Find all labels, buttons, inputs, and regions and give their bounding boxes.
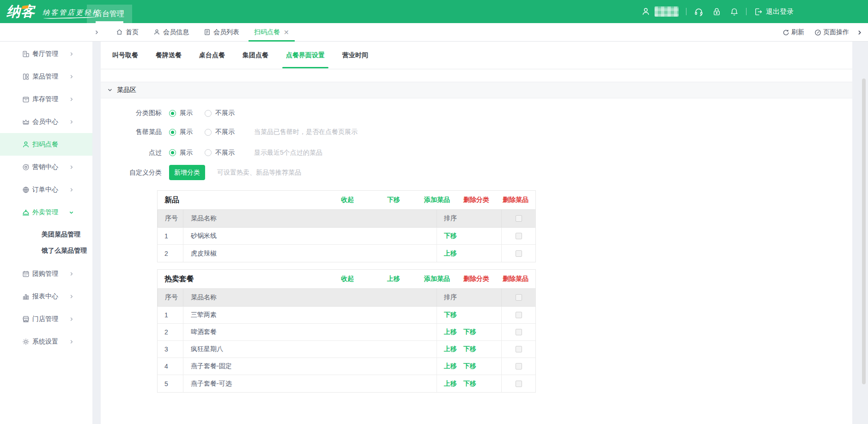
radio-label-show[interactable]: 展示	[180, 149, 193, 157]
row-checkbox[interactable]	[516, 346, 522, 352]
radio-label-hide[interactable]: 不展示	[215, 149, 235, 157]
tabs-scroll-right-chevron[interactable]	[856, 30, 862, 36]
row-checkbox-cell	[501, 324, 535, 340]
move-category-link[interactable]: 上移	[387, 275, 400, 283]
form-row-custom-category: 自定义分类 新增分类 可设置热卖、新品等推荐菜品	[101, 165, 852, 180]
sidebar-item-marketing[interactable]: 营销中心	[0, 156, 92, 178]
move-down-link[interactable]: 下移	[444, 232, 457, 240]
add-dish-link[interactable]: 添加菜品	[424, 275, 450, 283]
bell-icon[interactable]	[730, 7, 739, 16]
sidebar-item-stores[interactable]: 门店管理	[0, 308, 92, 330]
row-checkbox-cell	[501, 307, 535, 323]
move-down-link[interactable]: 下移	[463, 345, 476, 353]
form-row-ordered: 点过 展示 不展示 显示最近5个点过的菜品	[101, 146, 852, 160]
subtab-menu-card[interactable]: 餐牌送餐	[156, 42, 182, 69]
subtab-call-number[interactable]: 叫号取餐	[112, 42, 138, 69]
row-checkbox[interactable]	[516, 312, 522, 318]
subtab-business-hours[interactable]: 营业时间	[342, 42, 368, 69]
sidebar-item-scan-order[interactable]: 扫码点餐	[0, 133, 92, 156]
delete-category-link[interactable]: 删除分类	[463, 196, 489, 204]
table-row: 3 疯狂星期八 上移 下移	[158, 341, 535, 358]
move-up-link[interactable]: 上移	[444, 345, 457, 353]
move-up-link[interactable]: 上移	[444, 380, 457, 388]
sidebar: 餐厅管理 菜品管理 库存管理 会员中心 扫码点餐	[0, 42, 92, 424]
sidebar-item-reports[interactable]: 报表中心	[0, 285, 92, 308]
col-sort: 排序	[437, 210, 501, 227]
radio-label-hide[interactable]: 不展示	[215, 128, 235, 136]
radio-show-selected[interactable]	[169, 149, 176, 156]
home-icon	[116, 29, 123, 36]
row-checkbox-cell	[501, 341, 535, 357]
takeout-submenu: 美团菜品管理 饿了么菜品管理	[0, 224, 92, 262]
radio-label-hide[interactable]: 不展示	[215, 109, 235, 117]
row-checkbox[interactable]	[516, 381, 522, 387]
collapse-link[interactable]: 收起	[341, 196, 354, 204]
col-dish-name: 菜品名称	[183, 210, 437, 227]
move-down-link[interactable]: 下移	[444, 311, 457, 319]
radio-label-show[interactable]: 展示	[180, 109, 193, 117]
add-dish-link[interactable]: 添加菜品	[424, 196, 450, 204]
move-up-link[interactable]: 上移	[444, 328, 457, 336]
sidebar-item-orders[interactable]: 订单中心	[0, 178, 92, 201]
move-down-link[interactable]: 下移	[463, 362, 476, 370]
tab-home[interactable]: 首页	[109, 23, 146, 41]
support-headset-icon[interactable]	[694, 7, 704, 17]
radio-show-selected[interactable]	[169, 129, 176, 136]
sidebar-item-takeout[interactable]: 外卖管理	[0, 201, 92, 224]
radio-show-selected[interactable]	[169, 110, 176, 117]
radio-hide[interactable]	[205, 129, 212, 136]
tab-member-list[interactable]: 会员列表	[196, 23, 247, 41]
page-operations-button[interactable]: 页面操作	[814, 28, 849, 36]
close-tab-icon[interactable]: ✕	[284, 29, 289, 36]
subtab-table-order[interactable]: 桌台点餐	[199, 42, 225, 69]
row-checkbox[interactable]	[516, 233, 522, 239]
logout-button[interactable]: 退出登录	[754, 7, 794, 16]
top-header: 纳客 纳客管店更轻松 后台管理 退出登录	[0, 0, 868, 23]
move-up-link[interactable]: 上移	[444, 249, 457, 258]
delete-category-link[interactable]: 删除分类	[463, 275, 489, 283]
sidebar-item-inventory[interactable]: 库存管理	[0, 88, 92, 110]
sidebar-subitem-meituan[interactable]: 美团菜品管理	[0, 226, 92, 242]
tab-scan-order-active[interactable]: 扫码点餐 ✕	[247, 23, 297, 41]
refresh-button[interactable]: 刷新	[783, 28, 804, 36]
chevron-right-icon	[69, 119, 74, 124]
subtab-ui-settings-active[interactable]: 点餐界面设置	[286, 42, 325, 69]
collapse-link[interactable]: 收起	[341, 275, 354, 283]
sidebar-item-restaurant[interactable]: 餐厅管理	[0, 42, 92, 65]
sidebar-item-dishes[interactable]: 菜品管理	[0, 65, 92, 88]
table-row: 1 三荤两素 下移	[158, 307, 535, 324]
radio-hide[interactable]	[205, 149, 212, 156]
person-icon	[22, 140, 30, 149]
vertical-scrollbar-thumb[interactable]	[862, 79, 866, 384]
tabs-scroll-left-chevron[interactable]	[94, 30, 99, 35]
sidebar-item-groupbuy[interactable]: 团购管理	[0, 262, 92, 285]
sidebar-item-settings[interactable]: 系统设置	[0, 330, 92, 353]
row-checkbox[interactable]	[516, 363, 522, 369]
lock-icon[interactable]	[712, 7, 721, 16]
radio-hide[interactable]	[205, 110, 212, 117]
add-category-button[interactable]: 新增分类	[169, 165, 205, 180]
select-all-checkbox[interactable]	[516, 215, 522, 222]
row-index: 2	[158, 324, 183, 340]
move-up-link[interactable]: 上移	[444, 362, 457, 370]
sidebar-item-members[interactable]: 会员中心	[0, 110, 92, 133]
sidebar-subitem-eleme[interactable]: 饿了么菜品管理	[0, 242, 92, 259]
tab-member-info[interactable]: 会员信息	[146, 23, 196, 41]
move-down-link[interactable]: 下移	[463, 328, 476, 336]
table-row: 2 虎皮辣椒 上移	[158, 245, 535, 262]
delete-dish-link[interactable]: 删除菜品	[503, 196, 528, 204]
sidebar-item-label: 餐厅管理	[32, 50, 58, 58]
subtab-group-order[interactable]: 集团点餐	[243, 42, 268, 69]
move-category-link[interactable]: 下移	[387, 196, 400, 204]
move-down-link[interactable]: 下移	[463, 380, 476, 388]
delete-dish-link[interactable]: 删除菜品	[503, 275, 528, 283]
select-all-checkbox[interactable]	[516, 294, 522, 301]
dish-section-header[interactable]: 菜品区	[101, 82, 852, 98]
table-title-row: 新品 收起 下移 添加菜品 删除分类 删除菜品	[158, 191, 535, 210]
row-checkbox[interactable]	[516, 329, 522, 335]
row-checkbox-cell	[501, 358, 535, 375]
radio-label-show[interactable]: 展示	[180, 128, 193, 136]
username-redacted[interactable]	[655, 6, 679, 17]
row-checkbox[interactable]	[516, 250, 522, 257]
nav-tab-backend[interactable]: 后台管理	[87, 5, 132, 23]
